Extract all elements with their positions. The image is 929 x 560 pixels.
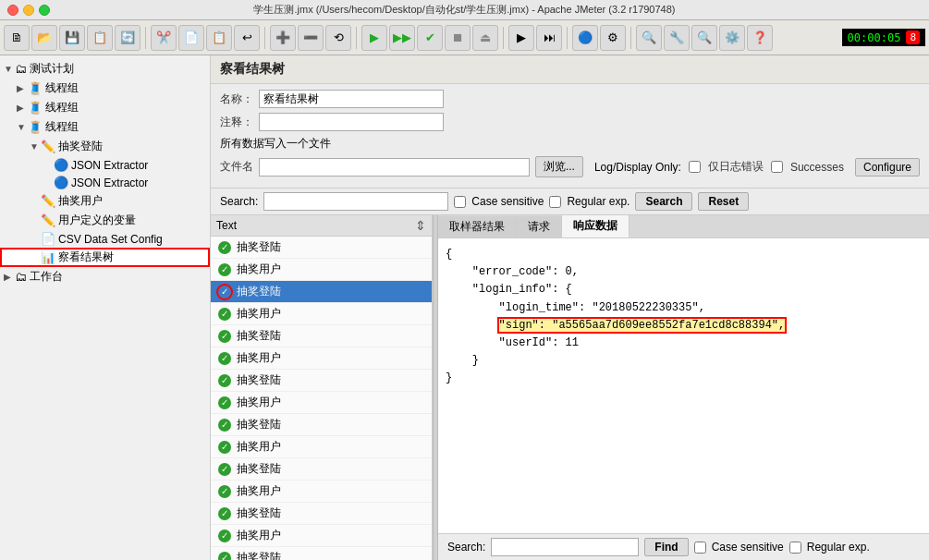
max-btn[interactable]	[39, 5, 50, 16]
successes-label: Successes	[790, 161, 844, 174]
sep5	[567, 27, 568, 49]
sort-icon[interactable]: ⇕	[415, 218, 426, 233]
paste-btn[interactable]: 📋	[206, 25, 232, 51]
tree-item-label: 测试计划	[30, 61, 74, 77]
stop-btn[interactable]: ⏹	[445, 25, 471, 51]
name-input[interactable]	[259, 90, 444, 108]
expand-btn[interactable]: ➕	[270, 25, 296, 51]
list-panel: Text ⇕ ✓抽奖登陆✓抽奖用户✓抽奖登陆✓抽奖用户✓抽奖登陆✓抽奖用户✓抽奖…	[211, 215, 433, 560]
list-item[interactable]: ✓抽奖用户	[211, 347, 432, 370]
list-item[interactable]: ✓抽奖登陆	[211, 503, 432, 525]
list-item[interactable]: ✓抽奖用户	[211, 259, 432, 281]
copy-btn[interactable]: 📄	[178, 25, 204, 51]
sidebar-item-thread-group-1[interactable]: ▶🧵线程组	[0, 79, 210, 98]
save-as-btn[interactable]: 📋	[87, 25, 113, 51]
list-item-label: 抽奖登陆	[237, 461, 281, 477]
open-btn[interactable]: 📂	[31, 25, 57, 51]
tab-response[interactable]: 响应数据	[562, 215, 630, 237]
successes-checkbox[interactable]	[771, 161, 783, 173]
list-item[interactable]: ✓抽奖登陆	[211, 281, 432, 303]
tab-sampler-result[interactable]: 取样器结果	[438, 216, 517, 237]
reset-btn[interactable]: ⟲	[325, 25, 351, 51]
bottom-search-input[interactable]	[491, 538, 639, 556]
write-all-row: 所有数据写入一个文件	[220, 136, 920, 152]
tree-node-icon: 🧵	[28, 101, 43, 115]
search-input[interactable]	[263, 192, 448, 211]
list-item[interactable]: ✓抽奖用户	[211, 525, 432, 547]
validate-btn[interactable]: ✔	[417, 25, 443, 51]
settings-btn[interactable]: 🔧	[664, 25, 690, 51]
list-item[interactable]: ✓抽奖登陆	[211, 370, 432, 392]
regular-exp-checkbox[interactable]	[549, 196, 561, 208]
sep1	[145, 27, 146, 49]
min-btn[interactable]	[23, 5, 34, 16]
search-button[interactable]: Search	[635, 192, 692, 211]
sidebar-item-json-extractor-2[interactable]: 🔵JSON Extractor	[0, 174, 210, 191]
remote-stop-btn[interactable]: ⏭	[536, 25, 562, 51]
tree-item-label: 线程组	[45, 119, 79, 135]
sidebar-item-thread-group-2[interactable]: ▶🧵线程组	[0, 98, 210, 117]
errors-checkbox[interactable]	[689, 161, 701, 173]
search-label: Search:	[220, 195, 258, 208]
comment-input[interactable]	[259, 113, 444, 131]
sidebar-item-thread-group-3[interactable]: ▼🧵线程组	[0, 117, 210, 137]
close-btn[interactable]	[7, 5, 18, 16]
sidebar-item-csv-dataset[interactable]: 📄CSV Data Set Config	[0, 230, 210, 248]
timer-display: 00:00:05 8	[842, 29, 925, 46]
list-item[interactable]: ✓抽奖登陆	[211, 237, 432, 259]
list-item[interactable]: ✓抽奖用户	[211, 481, 432, 503]
tree-node-icon: ✏️	[41, 140, 55, 153]
list-item[interactable]: ✓抽奖登陆	[211, 547, 432, 560]
clear-all-btn[interactable]: ⚙	[600, 25, 626, 51]
filename-input[interactable]	[259, 158, 530, 177]
save-btn[interactable]: 💾	[59, 25, 85, 51]
find-button[interactable]: Find	[644, 538, 688, 556]
sidebar-item-view-results[interactable]: 📊察看结果树	[0, 248, 210, 267]
search2-btn[interactable]: 🔍	[691, 25, 717, 51]
list-item-label: 抽奖登陆	[237, 239, 281, 255]
status-dot: ✓	[218, 485, 231, 498]
sidebar: ▼🗂测试计划▶🧵线程组▶🧵线程组▼🧵线程组▼✏️抽奖登陆🔵JSON Extrac…	[0, 55, 211, 560]
revert-btn[interactable]: 🔄	[115, 25, 141, 51]
search-icon-btn[interactable]: 🔍	[636, 25, 662, 51]
sep6	[630, 27, 631, 49]
list-item[interactable]: ✓抽奖登陆	[211, 414, 432, 436]
window-title: 学生压测.jmx (/Users/hecom/Desktop/自动化st/学生压…	[253, 3, 675, 17]
comment-row: 注释：	[220, 113, 920, 131]
options-btn[interactable]: ⚙️	[719, 25, 745, 51]
case-sensitive-checkbox[interactable]	[454, 196, 466, 208]
start-btn[interactable]: ▶	[361, 25, 387, 51]
sidebar-item-test-plan[interactable]: ▼🗂测试计划	[0, 59, 210, 79]
bottom-case-sensitive-checkbox[interactable]	[694, 542, 706, 554]
list-item[interactable]: ✓抽奖登陆	[211, 458, 432, 481]
tree-arrow-icon: ▶	[17, 103, 28, 113]
help-btn[interactable]: ❓	[747, 25, 773, 51]
remote-start-btn[interactable]: ▶	[508, 25, 534, 51]
list-items: ✓抽奖登陆✓抽奖用户✓抽奖登陆✓抽奖用户✓抽奖登陆✓抽奖用户✓抽奖登陆✓抽奖用户…	[211, 237, 432, 560]
main-layout: ▼🗂测试计划▶🧵线程组▶🧵线程组▼🧵线程组▼✏️抽奖登陆🔵JSON Extrac…	[0, 55, 929, 560]
list-item[interactable]: ✓抽奖用户	[211, 436, 432, 458]
collapse-btn[interactable]: ➖	[298, 25, 324, 51]
list-item[interactable]: ✓抽奖登陆	[211, 325, 432, 347]
configure-button[interactable]: Configure	[855, 158, 920, 177]
window-controls	[7, 5, 50, 16]
bottom-regular-exp-checkbox[interactable]	[789, 542, 801, 554]
sidebar-item-lottery-login[interactable]: ▼✏️抽奖登陆	[0, 137, 210, 156]
tree-item-label: 抽奖登陆	[58, 139, 103, 154]
start-no-pause-btn[interactable]: ▶▶	[389, 25, 415, 51]
sidebar-item-workbench[interactable]: ▶🗂工作台	[0, 267, 210, 286]
sidebar-item-user-var[interactable]: ✏️用户定义的变量	[0, 211, 210, 230]
list-item[interactable]: ✓抽奖用户	[211, 303, 432, 325]
tab-request[interactable]: 请求	[517, 216, 562, 237]
shutdown-btn[interactable]: ⏏	[472, 25, 498, 51]
new-btn[interactable]: 🗎	[4, 25, 30, 51]
reset-button[interactable]: Reset	[698, 192, 749, 211]
undo-btn[interactable]: ↩	[234, 25, 260, 51]
clear-btn[interactable]: 🔵	[572, 25, 598, 51]
cut-btn[interactable]: ✂️	[151, 25, 177, 51]
sidebar-item-json-extractor-1[interactable]: 🔵JSON Extractor	[0, 156, 210, 174]
sidebar-item-lottery-user[interactable]: ✏️抽奖用户	[0, 191, 210, 211]
browse-button[interactable]: 浏览...	[535, 156, 583, 177]
list-item[interactable]: ✓抽奖用户	[211, 392, 432, 414]
tree-item-label: CSV Data Set Config	[58, 233, 163, 246]
